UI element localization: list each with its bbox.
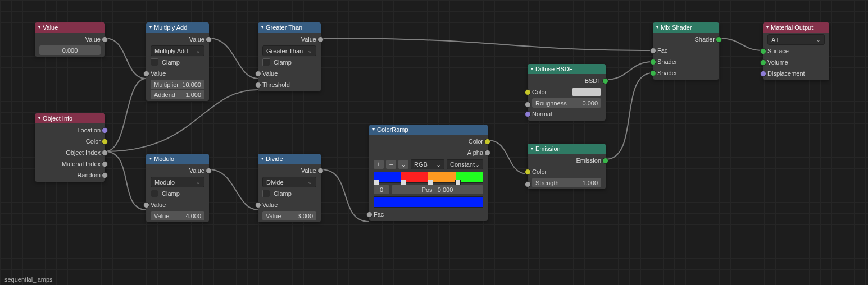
mode-select[interactable]: Greater Than [262, 45, 316, 56]
output-emission: Emission [528, 155, 606, 166]
collapse-icon[interactable]: ▾ [38, 22, 40, 33]
node-mix-shader[interactable]: ▾Mix Shader Shader Fac Shader Shader [653, 22, 719, 80]
clamp-checkbox[interactable]: Clamp [258, 57, 321, 68]
collapse-icon[interactable]: ▾ [656, 22, 658, 33]
node-header[interactable]: ▾Modulo [146, 154, 209, 164]
socket-in[interactable] [525, 89, 531, 95]
socket-out[interactable] [102, 36, 108, 43]
socket-in[interactable] [525, 102, 531, 108]
socket-out[interactable] [102, 139, 108, 145]
socket-out[interactable] [484, 139, 490, 145]
socket-in[interactable] [650, 70, 656, 76]
socket-in[interactable] [525, 111, 531, 117]
socket-in[interactable] [143, 71, 149, 77]
node-greater-than[interactable]: ▾Greater Than Value Greater Than Clamp V… [258, 22, 321, 91]
multiplier-field[interactable]: Multiplier10.000 [151, 80, 204, 89]
target-select[interactable]: All [767, 34, 825, 45]
pos-field[interactable]: Pos 0.000 [392, 185, 483, 194]
stop-index-field[interactable]: 0 [374, 185, 389, 194]
color-stop[interactable] [401, 180, 406, 185]
node-header[interactable]: ▾Diffuse BSDF [528, 64, 606, 74]
node-object-info[interactable]: ▾Object Info Location Color Object Index… [35, 113, 105, 182]
mode-select[interactable]: Divide [262, 177, 316, 187]
color-stop[interactable] [428, 180, 433, 185]
roughness-field[interactable]: Roughness0.000 [532, 98, 601, 108]
node-modulo[interactable]: ▾Modulo Value Modulo Clamp Value Value4.… [146, 154, 209, 222]
clamp-checkbox[interactable]: Clamp [146, 57, 209, 68]
node-emission[interactable]: ▾Emission Emission Color Strength1.000 [528, 144, 606, 189]
collapse-icon[interactable]: ▾ [38, 113, 40, 123]
remove-stop-button[interactable]: − [386, 160, 396, 169]
color-mode-select[interactable]: RGB⌄ [411, 159, 444, 169]
collapse-icon[interactable]: ▾ [149, 154, 152, 164]
mode-select[interactable]: Multiply Add [151, 45, 204, 56]
add-stop-button[interactable]: + [374, 160, 384, 169]
socket-in[interactable] [760, 71, 766, 77]
node-multiply-add[interactable]: ▾Multiply Add Value Multiply Add Clamp V… [146, 22, 209, 101]
node-header[interactable]: ▾Mix Shader [653, 22, 719, 33]
socket-out[interactable] [602, 78, 608, 84]
socket-in[interactable] [525, 181, 531, 187]
collapse-icon[interactable]: ▾ [372, 125, 375, 135]
node-header[interactable]: ▾ColorRamp [369, 125, 488, 135]
gradient-bar[interactable] [374, 172, 483, 183]
collapse-icon[interactable]: ▾ [766, 22, 769, 33]
socket-in[interactable] [255, 71, 261, 77]
value-field[interactable]: Value3.000 [262, 211, 316, 220]
value-field[interactable]: Value4.000 [151, 211, 204, 220]
node-title: Divide [266, 154, 283, 164]
collapse-icon[interactable]: ▾ [261, 22, 263, 33]
strength-field[interactable]: Strength1.000 [532, 178, 601, 187]
socket-out[interactable] [484, 150, 490, 156]
node-header[interactable]: ▾Material Output [763, 22, 829, 33]
socket-out[interactable] [206, 168, 212, 174]
color-stop[interactable] [374, 180, 379, 185]
dropdown-icon[interactable]: ⌄ [398, 160, 408, 169]
addend-field[interactable]: Addend1.000 [151, 90, 204, 99]
interp-mode-select[interactable]: Constant⌄ [447, 159, 483, 169]
clamp-checkbox[interactable]: Clamp [258, 188, 321, 199]
node-header[interactable]: ▾Greater Than [258, 22, 321, 33]
collapse-icon[interactable]: ▾ [149, 22, 152, 33]
value-field[interactable]: 0.000 [39, 45, 101, 55]
clamp-checkbox[interactable]: Clamp [146, 188, 209, 199]
node-header[interactable]: ▾Multiply Add [146, 22, 209, 33]
socket-out[interactable] [317, 36, 324, 43]
socket-in[interactable] [760, 48, 766, 54]
socket-out[interactable] [317, 168, 324, 174]
color-preview[interactable] [374, 196, 483, 208]
node-header[interactable]: ▾Divide [258, 154, 321, 164]
node-diffuse-bsdf[interactable]: ▾Diffuse BSDF BSDF Color Roughness0.000 … [528, 64, 606, 121]
socket-out[interactable] [716, 36, 722, 43]
socket-out[interactable] [602, 158, 608, 164]
node-divide[interactable]: ▾Divide Value Divide Clamp Value Value3.… [258, 154, 321, 222]
socket-out[interactable] [102, 150, 108, 156]
mode-select[interactable]: Modulo [151, 177, 204, 187]
output-object-index: Object Index [35, 147, 105, 158]
node-material-output[interactable]: ▾Material Output All Surface Volume Disp… [763, 22, 829, 80]
socket-in[interactable] [760, 59, 766, 66]
node-header[interactable]: ▾Value [35, 22, 105, 33]
socket-in[interactable] [255, 202, 261, 208]
socket-in[interactable] [650, 59, 656, 65]
socket-in[interactable] [366, 212, 372, 218]
socket-in[interactable] [143, 202, 149, 208]
collapse-icon[interactable]: ▾ [531, 144, 533, 154]
node-title: Material Output [771, 22, 813, 33]
socket-out[interactable] [206, 36, 212, 43]
collapse-icon[interactable]: ▾ [261, 154, 263, 164]
socket-out[interactable] [102, 172, 108, 178]
socket-out[interactable] [102, 161, 108, 167]
node-header[interactable]: ▾Emission [528, 144, 606, 154]
node-value[interactable]: ▾Value Value 0.000 [35, 22, 105, 57]
node-colorramp[interactable]: ▾ColorRamp Color Alpha + − ⌄ RGB⌄ Consta… [369, 125, 488, 221]
node-header[interactable]: ▾Object Info [35, 113, 105, 123]
node-title: Multiply Add [154, 22, 187, 33]
socket-in[interactable] [525, 169, 531, 175]
socket-out[interactable] [102, 127, 108, 134]
color-swatch[interactable] [572, 88, 601, 96]
socket-in[interactable] [255, 82, 261, 88]
color-stop[interactable] [455, 180, 461, 185]
socket-in[interactable] [650, 48, 656, 54]
collapse-icon[interactable]: ▾ [531, 64, 533, 74]
